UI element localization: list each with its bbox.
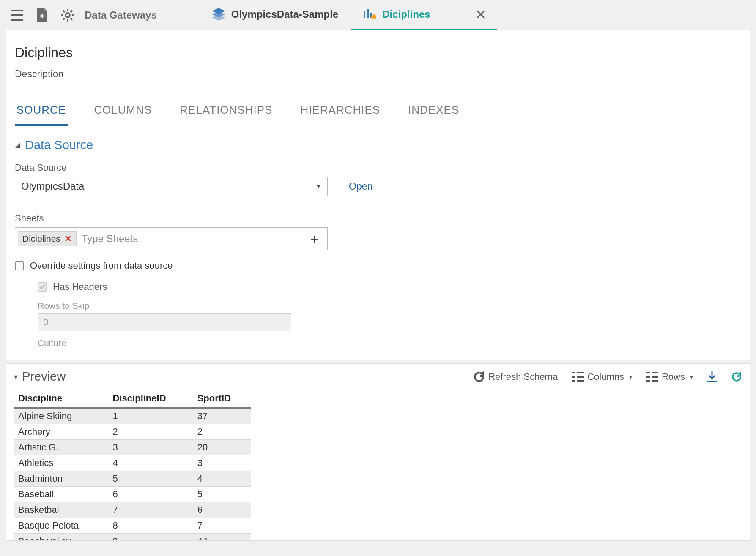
table-cell: 37 <box>193 408 251 424</box>
table-cell: Basque Pelota <box>14 518 109 534</box>
table-cell: 1 <box>109 408 193 424</box>
sheets-label: Sheets <box>15 213 741 224</box>
override-settings-row[interactable]: Override settings from data source <box>15 260 741 271</box>
datasource-value: OlympicsData <box>21 180 84 192</box>
table-cell: Baseball <box>14 487 109 502</box>
tabstrip: OlympicsData-Sample Diciplines <box>199 0 497 30</box>
page-description: Description <box>15 68 741 80</box>
remove-chip-icon[interactable]: ✕ <box>65 234 72 244</box>
rows-skip-label: Rows to Skip <box>38 301 741 311</box>
section-title: Data Source <box>25 138 93 152</box>
subtab-source[interactable]: SOURCE <box>15 99 68 126</box>
table-cell: Basketball <box>14 502 109 518</box>
table-cell: 7 <box>109 502 193 518</box>
download-button[interactable] <box>707 371 717 382</box>
chart-pending-icon <box>364 8 376 20</box>
chevron-down-icon: ▾ <box>14 372 18 382</box>
sheets-placeholder: Type Sheets <box>82 233 308 245</box>
section-data-source-header[interactable]: ◢ Data Source <box>15 138 741 152</box>
table-row[interactable]: Beach volley.944 <box>14 534 251 541</box>
preview-title-text: Preview <box>22 370 66 384</box>
refresh-button[interactable] <box>731 371 742 382</box>
datasource-select[interactable]: OlympicsData ▼ <box>15 177 328 196</box>
main-panel: Diciplines Description SOURCE COLUMNS RE… <box>6 30 750 360</box>
table-header[interactable]: SportID <box>193 390 251 408</box>
gear-icon[interactable] <box>59 7 76 24</box>
table-row[interactable]: Artistic G.320 <box>14 440 251 455</box>
columns-dropdown[interactable]: Columns ▾ <box>572 371 632 382</box>
sheet-chip-label: Diciplines <box>22 234 60 244</box>
table-cell: 7 <box>193 518 251 534</box>
table-cell: 4 <box>109 455 193 471</box>
table-header[interactable]: DisciplineID <box>109 390 193 408</box>
table-row[interactable]: Basketball76 <box>14 502 251 518</box>
table-row[interactable]: Alpine Skiing137 <box>14 408 251 424</box>
table-row[interactable]: Basque Pelota87 <box>14 518 251 534</box>
refresh-icon <box>473 371 485 383</box>
caret-down-icon: ◢ <box>15 141 20 149</box>
has-headers-label: Has Headers <box>53 281 107 292</box>
columns-icon <box>572 372 584 382</box>
culture-label: Culture <box>38 338 741 348</box>
has-headers-checkbox <box>38 282 47 292</box>
tab-label: Diciplines <box>382 8 430 20</box>
top-toolbar: Data Gateways OlympicsData-Sample Dicipl… <box>0 0 756 30</box>
table-cell: 3 <box>193 455 251 471</box>
close-icon[interactable] <box>477 11 485 18</box>
table-cell: Badminton <box>14 471 109 487</box>
preview-panel: ▾ Preview Refresh Schema Columns ▾ <box>6 363 750 541</box>
tab-olympicsdata-sample[interactable]: OlympicsData-Sample <box>199 0 351 30</box>
table-cell: 44 <box>193 534 251 541</box>
preview-table: DisciplineDisciplineIDSportID Alpine Ski… <box>14 390 251 541</box>
rows-dropdown[interactable]: Rows ▾ <box>646 371 693 382</box>
subtab-relationships[interactable]: RELATIONSHIPS <box>178 99 274 126</box>
table-cell: 3 <box>109 440 193 455</box>
table-cell: 20 <box>193 440 251 455</box>
preview-toolbar: Refresh Schema Columns ▾ Rows ▾ <box>473 371 742 383</box>
subtabs: SOURCE COLUMNS RELATIONSHIPS HIERARCHIES… <box>15 99 741 125</box>
breadcrumb: Data Gateways <box>85 9 157 21</box>
subtab-hierarchies[interactable]: HIERARCHIES <box>299 99 382 126</box>
table-header[interactable]: Discipline <box>14 390 109 408</box>
chevron-down-icon: ▾ <box>629 373 632 380</box>
new-file-icon[interactable] <box>34 7 51 24</box>
chevron-down-icon: ▼ <box>315 183 321 190</box>
svg-point-0 <box>66 13 70 17</box>
open-link[interactable]: Open <box>349 181 373 192</box>
override-checkbox[interactable] <box>15 261 24 270</box>
table-cell: 5 <box>109 471 193 487</box>
tab-diciplines[interactable]: Diciplines <box>351 0 497 30</box>
table-cell: Beach volley. <box>14 534 109 541</box>
table-row[interactable]: Athletics43 <box>14 455 251 471</box>
refresh-schema-label: Refresh Schema <box>488 371 558 382</box>
table-row[interactable]: Badminton54 <box>14 471 251 487</box>
columns-label: Columns <box>587 371 624 382</box>
sheet-chip: Diciplines ✕ <box>18 231 77 246</box>
table-cell: 9 <box>109 534 193 541</box>
rows-icon <box>646 372 658 382</box>
table-cell: Alpine Skiing <box>14 408 109 424</box>
table-cell: Athletics <box>14 455 109 471</box>
page-title: Diciplines <box>15 45 741 64</box>
preview-header[interactable]: ▾ Preview <box>14 370 66 384</box>
refresh-schema-button[interactable]: Refresh Schema <box>473 371 558 383</box>
layers-icon <box>212 8 225 21</box>
table-cell: 2 <box>193 424 251 440</box>
sheets-input[interactable]: Diciplines ✕ Type Sheets ＋ <box>15 227 328 250</box>
table-row[interactable]: Archery22 <box>14 424 251 440</box>
table-cell: Artistic G. <box>14 440 109 455</box>
override-label: Override settings from data source <box>30 260 173 271</box>
subtab-columns[interactable]: COLUMNS <box>92 99 153 126</box>
rows-label: Rows <box>662 371 685 382</box>
table-cell: 6 <box>193 502 251 518</box>
rows-skip-input <box>38 313 291 331</box>
table-cell: 2 <box>109 424 193 440</box>
tab-label: OlympicsData-Sample <box>231 8 338 20</box>
table-cell: 4 <box>193 471 251 487</box>
add-sheet-icon[interactable]: ＋ <box>308 230 325 248</box>
svg-point-1 <box>371 14 376 19</box>
table-cell: 6 <box>109 487 193 502</box>
subtab-indexes[interactable]: INDEXES <box>406 99 461 126</box>
table-row[interactable]: Baseball65 <box>14 487 251 502</box>
menu-icon[interactable] <box>8 7 25 24</box>
